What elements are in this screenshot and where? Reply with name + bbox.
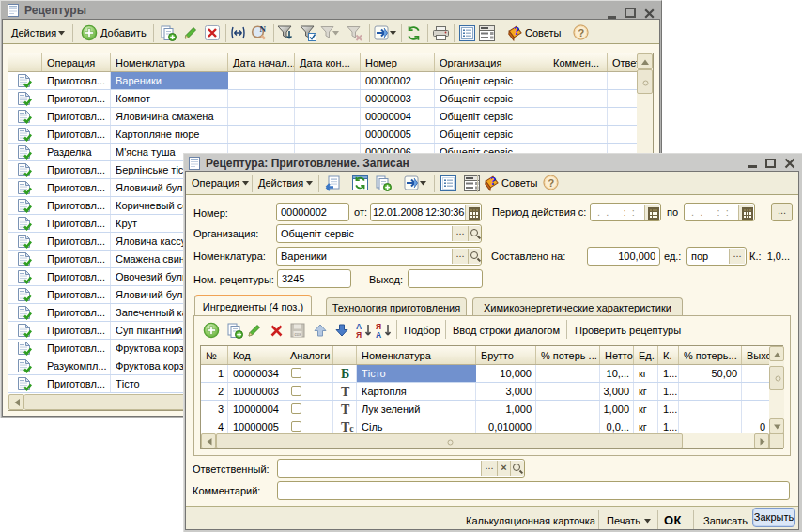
svg-text:Я: Я — [356, 330, 362, 339]
svg-text:?: ? — [548, 177, 555, 189]
svg-text:?: ? — [514, 24, 520, 38]
svg-text:N: N — [260, 24, 267, 34]
svg-text:сох: сох — [295, 332, 302, 337]
svg-text:?: ? — [578, 27, 585, 38]
svg-text:?: ? — [490, 175, 497, 188]
svg-text:А: А — [376, 330, 381, 339]
